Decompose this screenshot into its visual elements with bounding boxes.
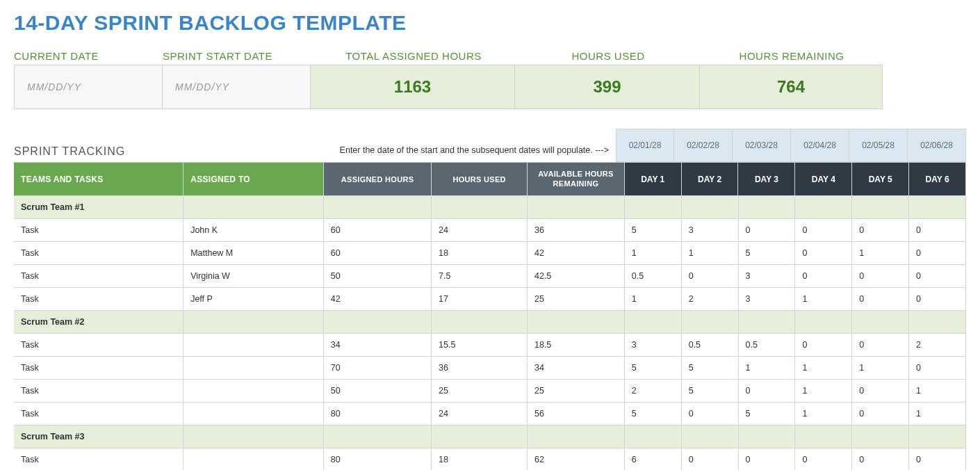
assigned-hours-cell[interactable] — [324, 196, 432, 218]
day-5-cell[interactable]: 1 — [852, 242, 909, 264]
day-1-cell[interactable] — [625, 426, 682, 448]
available-remaining-cell[interactable]: 56 — [528, 403, 625, 425]
day-4-cell[interactable]: 0 — [795, 265, 852, 287]
day-3-cell[interactable]: 5 — [739, 242, 796, 264]
assigned-hours-cell[interactable]: 50 — [324, 265, 432, 287]
available-remaining-cell[interactable]: 42 — [528, 242, 625, 264]
day-1-cell[interactable]: 2 — [625, 380, 682, 402]
task-name-cell[interactable]: Scrum Team #1 — [14, 196, 183, 218]
day-6-cell[interactable]: 0 — [909, 448, 966, 470]
day-5-cell[interactable] — [852, 311, 909, 333]
day-2-cell[interactable]: 5 — [682, 380, 739, 402]
assigned-hours-cell[interactable]: 34 — [324, 334, 432, 356]
day-6-cell[interactable] — [909, 426, 966, 448]
hours-used-cell[interactable]: 24 — [432, 403, 528, 425]
assignee-cell[interactable] — [183, 426, 324, 448]
assignee-cell[interactable]: Jeff P — [183, 288, 324, 310]
day-1-cell[interactable]: 1 — [625, 288, 682, 310]
task-name-cell[interactable]: Task — [14, 334, 183, 356]
assigned-hours-cell[interactable]: 42 — [324, 288, 432, 310]
day-6-cell[interactable]: 1 — [909, 403, 966, 425]
day-5-cell[interactable]: 1 — [852, 357, 909, 379]
day-1-cell[interactable] — [625, 311, 682, 333]
date-header-2[interactable]: 02/02/28 — [674, 129, 733, 162]
day-3-cell[interactable] — [739, 311, 796, 333]
task-name-cell[interactable]: Task — [14, 219, 183, 241]
task-name-cell[interactable]: Task — [14, 403, 183, 425]
available-remaining-cell[interactable]: 34 — [528, 357, 625, 379]
day-4-cell[interactable]: 1 — [795, 403, 852, 425]
assignee-cell[interactable] — [183, 196, 324, 218]
assignee-cell[interactable]: John K — [183, 219, 324, 241]
day-3-cell[interactable] — [739, 196, 796, 218]
day-4-cell[interactable] — [795, 196, 852, 218]
date-header-3[interactable]: 02/03/28 — [733, 129, 791, 162]
hours-used-cell[interactable] — [432, 426, 528, 448]
assignee-cell[interactable]: Matthew M — [183, 242, 324, 264]
day-5-cell[interactable]: 0 — [852, 288, 909, 310]
day-3-cell[interactable]: 3 — [739, 288, 796, 310]
available-remaining-cell[interactable]: 18.5 — [528, 334, 625, 356]
day-6-cell[interactable]: 2 — [909, 334, 966, 356]
hours-used-cell[interactable]: 15.5 — [432, 334, 528, 356]
task-name-cell[interactable]: Task — [14, 357, 183, 379]
day-4-cell[interactable] — [795, 426, 852, 448]
day-1-cell[interactable]: 5 — [625, 219, 682, 241]
day-4-cell[interactable]: 0 — [795, 334, 852, 356]
hours-used-cell[interactable] — [432, 311, 528, 333]
task-name-cell[interactable]: Task — [14, 288, 183, 310]
day-2-cell[interactable]: 3 — [682, 219, 739, 241]
day-4-cell[interactable]: 0 — [795, 219, 852, 241]
day-2-cell[interactable] — [682, 426, 739, 448]
day-6-cell[interactable]: 0 — [909, 265, 966, 287]
available-remaining-cell[interactable]: 25 — [528, 380, 625, 402]
day-2-cell[interactable]: 0 — [682, 265, 739, 287]
day-4-cell[interactable]: 0 — [795, 242, 852, 264]
hours-used-cell[interactable]: 18 — [432, 448, 528, 470]
assignee-cell[interactable] — [183, 357, 324, 379]
assignee-cell[interactable] — [183, 380, 324, 402]
day-6-cell[interactable]: 0 — [909, 357, 966, 379]
hours-used-cell[interactable]: 7.5 — [432, 265, 528, 287]
day-4-cell[interactable] — [795, 311, 852, 333]
day-2-cell[interactable]: 0 — [682, 448, 739, 470]
available-remaining-cell[interactable]: 36 — [528, 219, 625, 241]
day-6-cell[interactable]: 0 — [909, 219, 966, 241]
available-remaining-cell[interactable] — [528, 311, 625, 333]
hours-used-cell[interactable]: 18 — [432, 242, 528, 264]
day-3-cell[interactable]: 0.5 — [739, 334, 796, 356]
day-3-cell[interactable]: 1 — [739, 357, 796, 379]
day-4-cell[interactable]: 0 — [795, 448, 852, 470]
day-2-cell[interactable] — [682, 196, 739, 218]
hours-used-cell[interactable]: 24 — [432, 219, 528, 241]
task-name-cell[interactable]: Task — [14, 242, 183, 264]
day-4-cell[interactable]: 1 — [795, 380, 852, 402]
day-5-cell[interactable]: 0 — [852, 380, 909, 402]
assignee-cell[interactable]: Virginia W — [183, 265, 324, 287]
day-6-cell[interactable] — [909, 196, 966, 218]
day-5-cell[interactable]: 0 — [852, 265, 909, 287]
day-3-cell[interactable] — [739, 426, 796, 448]
hours-used-cell[interactable] — [432, 196, 528, 218]
day-3-cell[interactable]: 0 — [739, 448, 796, 470]
day-5-cell[interactable]: 0 — [852, 448, 909, 470]
day-2-cell[interactable]: 5 — [682, 357, 739, 379]
date-header-1[interactable]: 02/01/28 — [616, 129, 674, 162]
day-5-cell[interactable]: 0 — [852, 403, 909, 425]
assigned-hours-cell[interactable]: 60 — [324, 242, 432, 264]
day-3-cell[interactable]: 0 — [739, 219, 796, 241]
assignee-cell[interactable] — [183, 448, 324, 470]
day-5-cell[interactable]: 0 — [852, 334, 909, 356]
day-6-cell[interactable] — [909, 311, 966, 333]
day-2-cell[interactable]: 0 — [682, 403, 739, 425]
task-name-cell[interactable]: Task — [14, 448, 183, 470]
date-header-6[interactable]: 02/06/28 — [908, 129, 966, 162]
day-1-cell[interactable]: 1 — [625, 242, 682, 264]
day-3-cell[interactable]: 3 — [739, 265, 796, 287]
assigned-hours-cell[interactable]: 80 — [324, 403, 432, 425]
hours-used-cell[interactable]: 36 — [432, 357, 528, 379]
day-6-cell[interactable]: 1 — [909, 380, 966, 402]
task-name-cell[interactable]: Scrum Team #2 — [14, 311, 183, 333]
day-1-cell[interactable]: 0.5 — [625, 265, 682, 287]
day-1-cell[interactable] — [625, 196, 682, 218]
